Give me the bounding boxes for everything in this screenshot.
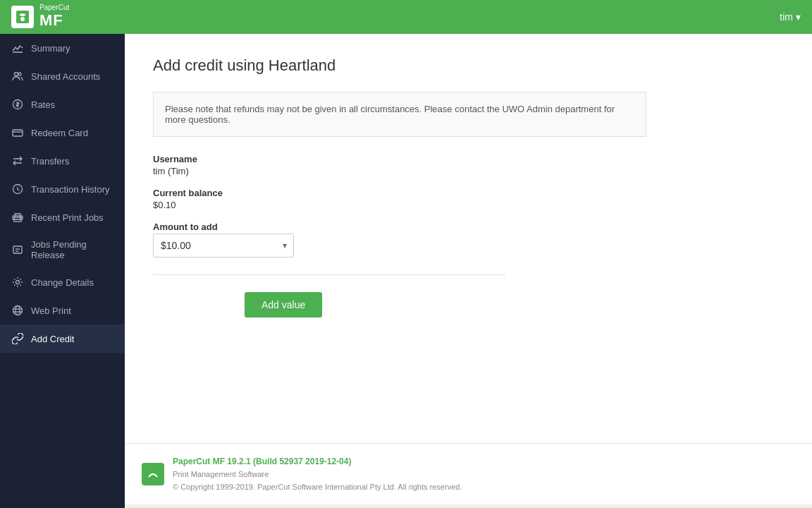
svg-point-14	[16, 281, 20, 284]
notice-box: Please note that refunds may not be give…	[153, 92, 646, 137]
svg-rect-11	[13, 246, 22, 253]
main-content: Add credit using Heartland Please note t…	[125, 34, 812, 508]
footer-logo	[142, 463, 164, 485]
sidebar-item-transfers[interactable]: Transfers	[0, 147, 125, 175]
globe-icon	[11, 304, 24, 317]
sidebar-item-add-credit[interactable]: Add Credit	[0, 325, 125, 353]
sidebar-label-redeem-card: Redeem Card	[31, 128, 88, 138]
sidebar-item-change-details[interactable]: Change Details	[0, 268, 125, 296]
sidebar-label-shared-accounts: Shared Accounts	[31, 71, 100, 82]
print-icon	[11, 211, 24, 224]
amount-label: Amount to add	[153, 222, 784, 232]
logo-brand: PaperCut MF	[39, 4, 69, 30]
logo-mf: MF	[39, 11, 69, 30]
footer-product: PaperCut MF 19.2.1 (Build 52937 2019-12-…	[173, 456, 351, 466]
user-menu[interactable]: tim ▾	[780, 11, 801, 23]
logo-icon	[11, 6, 34, 28]
footer-tagline: Print Management Software	[173, 470, 269, 478]
footer-text: PaperCut MF 19.2.1 (Build 52937 2019-12-…	[173, 455, 462, 493]
chart-icon	[11, 42, 24, 54]
add-value-button[interactable]: Add value	[245, 292, 322, 318]
username-value: tim (Tim)	[153, 166, 784, 176]
amount-field: Amount to add $5.00 $10.00 $15.00 $20.00…	[153, 222, 784, 258]
sidebar-label-transfers: Transfers	[31, 156, 69, 167]
svg-point-15	[13, 306, 23, 315]
username-field: Username tim (Tim)	[153, 154, 784, 176]
link-icon	[11, 332, 24, 345]
sidebar-item-transaction-history[interactable]: Transaction History	[0, 175, 125, 203]
sidebar-item-recent-print-jobs[interactable]: Recent Print Jobs	[0, 203, 125, 231]
logo-area: PaperCut MF	[11, 4, 69, 30]
svg-point-3	[18, 73, 21, 75]
sidebar-label-rates: Rates	[31, 99, 55, 110]
chevron-down-icon: ▾	[796, 11, 801, 23]
sidebar-label-summary: Summary	[31, 43, 70, 54]
form-divider	[153, 274, 505, 275]
balance-field: Current balance $0.10	[153, 188, 784, 210]
sidebar-label-jobs-pending-release: Jobs Pending Release	[31, 239, 113, 260]
history-icon	[11, 183, 24, 195]
balance-value: $0.10	[153, 200, 784, 210]
balance-label: Current balance	[153, 188, 784, 198]
sidebar-item-redeem-card[interactable]: Redeem Card	[0, 119, 125, 147]
card-icon	[11, 126, 24, 139]
sidebar-label-recent-print-jobs: Recent Print Jobs	[31, 212, 104, 223]
sidebar-item-shared-accounts[interactable]: Shared Accounts	[0, 62, 125, 90]
amount-select[interactable]: $5.00 $10.00 $15.00 $20.00 $25.00 $50.00	[153, 234, 294, 258]
dollar-icon	[11, 98, 24, 111]
sidebar-label-change-details: Change Details	[31, 277, 94, 288]
svg-point-16	[16, 306, 20, 315]
transfer-icon	[11, 155, 24, 167]
logo-papercut: PaperCut	[39, 4, 69, 11]
pending-icon	[11, 243, 24, 256]
username-label: Username	[153, 154, 784, 164]
footer-copyright: © Copyright 1999-2019. PaperCut Software…	[173, 483, 462, 491]
amount-select-wrapper: $5.00 $10.00 $15.00 $20.00 $25.00 $50.00…	[153, 234, 294, 258]
sidebar-label-web-print: Web Print	[31, 306, 71, 316]
layout: Summary Shared Accounts Rates Redeem Car…	[0, 34, 812, 508]
svg-point-1	[20, 17, 25, 21]
users-icon	[11, 70, 24, 83]
sidebar-item-web-print[interactable]: Web Print	[0, 296, 125, 325]
footer: PaperCut MF 19.2.1 (Build 52937 2019-12-…	[125, 443, 812, 504]
sidebar-item-summary[interactable]: Summary	[0, 34, 125, 62]
sidebar-label-add-credit: Add Credit	[31, 334, 74, 344]
notice-text: Please note that refunds may not be give…	[165, 104, 615, 125]
sidebar-label-transaction-history: Transaction History	[31, 184, 110, 195]
sidebar-item-rates[interactable]: Rates	[0, 90, 125, 119]
sidebar: Summary Shared Accounts Rates Redeem Car…	[0, 34, 125, 508]
svg-rect-5	[13, 130, 23, 136]
svg-point-2	[15, 73, 18, 76]
page-title: Add credit using Heartland	[153, 56, 784, 75]
sidebar-item-jobs-pending-release[interactable]: Jobs Pending Release	[0, 231, 125, 268]
content-area: Add credit using Heartland Please note t…	[125, 34, 812, 443]
gear-icon	[11, 276, 24, 289]
user-name: tim	[780, 11, 793, 23]
svg-point-10	[20, 217, 21, 219]
topbar: PaperCut MF tim ▾	[0, 0, 812, 34]
